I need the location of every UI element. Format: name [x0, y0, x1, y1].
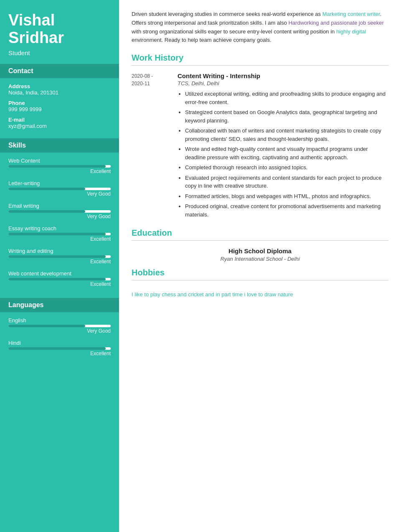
- skill-level: Excellent: [8, 259, 111, 265]
- contact-section-header: Contact: [0, 64, 119, 78]
- language-name: English: [8, 317, 111, 323]
- skill-bar-fill: [8, 188, 85, 190]
- skill-name: Web Content: [8, 158, 111, 164]
- phone-value: 999 999 9999: [8, 106, 111, 112]
- bullet-list: Utilized exceptional writing, editing an…: [178, 90, 388, 219]
- skill-name: Letter-writing: [8, 180, 111, 186]
- bullet-item: Utilized exceptional writing, editing an…: [185, 90, 388, 106]
- skill-bar-fill: [8, 165, 106, 168]
- summary-plain3: with strong organizational skills eager …: [132, 28, 336, 35]
- language-bar-bg: [8, 347, 111, 350]
- skill-level: Excellent: [8, 168, 111, 174]
- hobbies-text: I like to play chess and cricket and in …: [132, 287, 388, 303]
- language-level: Very Good: [8, 328, 111, 334]
- language-bar-fill: [8, 347, 106, 350]
- summary-plain4: environment. Ready to help team achieve …: [132, 37, 272, 43]
- skill-bar-bg: [8, 165, 111, 168]
- skill-item: Letter-writing Very Good: [8, 180, 111, 197]
- address-label: Address: [8, 83, 111, 89]
- skill-item: Email writing Very Good: [8, 203, 111, 219]
- bullet-item: Completed thorough research into assigne…: [185, 163, 388, 172]
- email-item: E-mail xyz@gmail.com: [8, 117, 111, 129]
- main-content: Driven student leveraging studies in com…: [119, 0, 401, 532]
- candidate-name: Vishal Sridhar: [8, 12, 111, 47]
- bullet-item: Produced original, creative content for …: [185, 202, 388, 219]
- language-item: Hindi Excellent: [8, 340, 111, 356]
- email-label: E-mail: [8, 117, 111, 123]
- languages-section-header: Languages: [0, 298, 119, 312]
- skill-bar-bg: [8, 255, 111, 258]
- skill-item: Writing and editing Excellent: [8, 248, 111, 265]
- skill-bar-bg: [8, 210, 111, 213]
- skill-name: Email writing: [8, 203, 111, 209]
- hobbies-content: I like to play chess and cricket and in …: [132, 291, 293, 298]
- summary-link2: Hardworking and passionate job seeker: [288, 20, 383, 26]
- skill-bar-bg: [8, 278, 111, 280]
- work-history-divider: [132, 65, 388, 66]
- skill-bar-bg: [8, 233, 111, 235]
- languages-section: English Very Good Hindi Excellent: [0, 312, 119, 367]
- skill-bar-fill: [8, 255, 106, 258]
- skill-item: Web content development Excellent: [8, 270, 111, 287]
- skills-section: Web Content Excellent Letter-writing Ver…: [0, 153, 119, 298]
- address-value: Noida, India, 201301: [8, 89, 111, 96]
- education-divider: [132, 240, 388, 241]
- bullet-item: Collaborated with team of writers and co…: [185, 127, 388, 143]
- summary-plain1: Driven student leveraging studies in com…: [132, 11, 322, 17]
- education-entry: High School Diploma Ryan International S…: [132, 247, 388, 262]
- work-entries: 2020-08 -2020-11 Content Writing - Inter…: [132, 72, 388, 221]
- summary-link1: Marketing content writer: [322, 11, 380, 17]
- skill-level: Excellent: [8, 281, 111, 287]
- summary-link3: highly digital: [336, 28, 366, 35]
- language-bar-bg: [8, 325, 111, 327]
- hobbies-divider: [132, 280, 388, 280]
- skill-level: Very Good: [8, 214, 111, 219]
- education-title: Education: [132, 228, 388, 238]
- language-bar-fill: [8, 325, 85, 327]
- phone-item: Phone 999 999 9999: [8, 100, 111, 112]
- skill-level: Very Good: [8, 191, 111, 197]
- skills-section-header: Skills: [0, 138, 119, 153]
- skill-name: Web content development: [8, 270, 111, 277]
- school-name: Ryan International School - Delhi: [132, 256, 388, 262]
- language-item: English Very Good: [8, 317, 111, 334]
- skill-item: Web Content Excellent: [8, 158, 111, 174]
- bullet-item: Evaluated project requirements and conte…: [185, 174, 388, 190]
- skill-bar-fill: [8, 210, 85, 213]
- job-title: Content Writing - Internship: [178, 72, 388, 79]
- skill-bar-fill: [8, 278, 106, 280]
- work-history-title: Work History: [132, 53, 388, 63]
- contact-section: Address Noida, India, 201301 Phone 999 9…: [0, 78, 119, 138]
- language-name: Hindi: [8, 340, 111, 346]
- phone-label: Phone: [8, 100, 111, 106]
- sidebar: Vishal Sridhar Student Contact Address N…: [0, 0, 119, 532]
- bullet-item: Formatted articles, blogs and webpages w…: [185, 192, 388, 201]
- work-details: Content Writing - Internship TCS, Delhi,…: [178, 72, 388, 221]
- bullet-item: Wrote and edited high-quality content an…: [185, 145, 388, 161]
- hobbies-title: Hobbies: [132, 268, 388, 277]
- bullet-item: Strategized content based on Google Anal…: [185, 108, 388, 125]
- skill-bar-fill: [8, 233, 106, 235]
- candidate-title: Student: [8, 49, 111, 56]
- skill-name: Writing and editing: [8, 248, 111, 254]
- skill-bar-bg: [8, 188, 111, 190]
- summary-text: Driven student leveraging studies in com…: [132, 10, 388, 45]
- skill-name: Essay writing coach: [8, 225, 111, 232]
- skill-item: Essay writing coach Excellent: [8, 225, 111, 242]
- email-value: xyz@gmail.com: [8, 123, 111, 129]
- education-section: High School Diploma Ryan International S…: [132, 247, 388, 262]
- work-dates: 2020-08 -2020-11: [132, 72, 169, 221]
- company-name: TCS, Delhi, Delhi: [178, 80, 388, 87]
- skill-level: Excellent: [8, 236, 111, 242]
- sidebar-header: Vishal Sridhar Student: [0, 0, 119, 64]
- language-level: Excellent: [8, 351, 111, 356]
- work-entry: 2020-08 -2020-11 Content Writing - Inter…: [132, 72, 388, 221]
- address-item: Address Noida, India, 201301: [8, 83, 111, 96]
- degree-title: High School Diploma: [132, 247, 388, 255]
